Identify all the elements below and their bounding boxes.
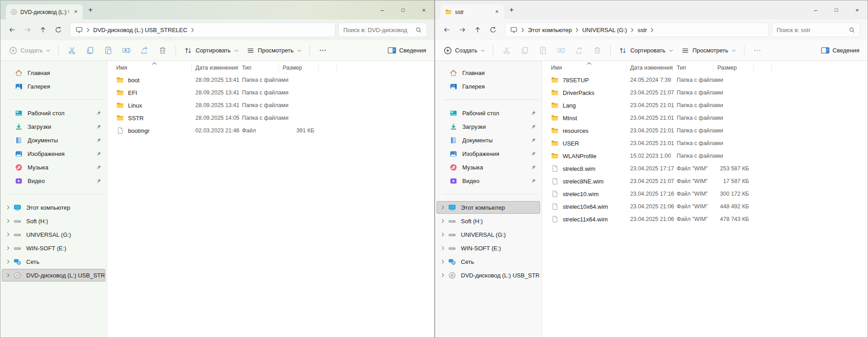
sidebar-item[interactable]: UNIVERSAL (G:) bbox=[436, 228, 540, 241]
chevron-right-icon[interactable] bbox=[437, 219, 448, 223]
breadcrumb[interactable]: sstr bbox=[637, 27, 647, 33]
share-button[interactable] bbox=[135, 43, 153, 58]
sidebar-item[interactable]: UNIVERSAL (G:) bbox=[2, 228, 105, 241]
chevron-right-icon[interactable] bbox=[437, 273, 448, 277]
sidebar-item[interactable]: Soft (H:) bbox=[436, 215, 540, 227]
sidebar-item[interactable]: Музыка bbox=[436, 161, 540, 174]
breadcrumb[interactable]: UNIVERSAL (G:) bbox=[582, 27, 627, 33]
share-button[interactable] bbox=[570, 43, 588, 58]
file-row[interactable]: boot28.09.2025 13:41Папка с файлами bbox=[113, 74, 434, 86]
copy-button[interactable] bbox=[81, 43, 99, 58]
sidebar-item[interactable]: Галерея bbox=[2, 80, 105, 93]
cut-button[interactable] bbox=[498, 43, 516, 58]
chevron-right-icon[interactable] bbox=[437, 205, 448, 210]
address-bar[interactable]: DVD-дисковод (L:) USB_STRELEC bbox=[70, 23, 335, 37]
file-row[interactable]: 78SETUP24.05.2024 7:39Папка с файлами bbox=[547, 74, 868, 86]
file-row[interactable]: bootmgr02.03.2023 21:46Файл391 КБ bbox=[113, 124, 434, 137]
tab[interactable]: sstr× bbox=[441, 5, 504, 19]
chevron-right-icon[interactable] bbox=[437, 259, 448, 264]
file-row[interactable]: strelec10x64.wim23.04.2025 21:06Файл "WI… bbox=[547, 200, 868, 213]
sort-ascending-icon[interactable] bbox=[152, 62, 157, 65]
file-row[interactable]: strelec8NE.wim23.04.2025 21:07Файл "WIM"… bbox=[547, 175, 868, 188]
sort-button[interactable]: Сортировать bbox=[180, 43, 242, 58]
chevron-right-icon[interactable] bbox=[3, 259, 14, 264]
close-button[interactable]: × bbox=[413, 0, 434, 19]
close-button[interactable]: × bbox=[847, 0, 868, 19]
paste-button[interactable] bbox=[99, 43, 117, 58]
sidebar-item[interactable]: Главная bbox=[436, 66, 540, 79]
rename-button[interactable] bbox=[117, 43, 135, 58]
back-button[interactable] bbox=[5, 23, 19, 37]
column-header-size[interactable]: Размер bbox=[279, 64, 319, 72]
paste-button[interactable] bbox=[534, 43, 552, 58]
file-row[interactable]: DriverPacks23.04.2025 21:07Папка с файла… bbox=[547, 86, 868, 99]
tab-close-icon[interactable]: × bbox=[72, 8, 80, 16]
search-box[interactable]: Поиск в: sstr bbox=[772, 23, 860, 37]
refresh-button[interactable] bbox=[51, 23, 66, 37]
sidebar-item[interactable]: Загрузки bbox=[436, 120, 540, 133]
sidebar-item[interactable]: Главная bbox=[2, 66, 105, 79]
chevron-right-icon[interactable] bbox=[3, 219, 14, 223]
sort-ascending-icon[interactable] bbox=[587, 62, 592, 65]
address-bar[interactable]: Этот компьютерUNIVERSAL (G:)sstr bbox=[505, 23, 768, 37]
file-row[interactable]: WLANProfile15.02.2023 1:00Папка с файлам… bbox=[547, 150, 868, 162]
chevron-right-icon[interactable] bbox=[3, 232, 14, 237]
sidebar-item[interactable]: Галерея bbox=[436, 80, 540, 93]
chevron-right-icon[interactable] bbox=[437, 246, 448, 250]
file-row[interactable]: EFI28.09.2025 13:41Папка с файлами bbox=[113, 86, 434, 99]
sidebar-item[interactable]: WIN-SOFT (E:) bbox=[436, 242, 540, 254]
details-button[interactable]: Сведения bbox=[821, 47, 859, 54]
forward-button[interactable] bbox=[20, 23, 35, 37]
refresh-button[interactable] bbox=[486, 23, 500, 37]
up-button[interactable] bbox=[470, 23, 485, 37]
sidebar-item[interactable]: Изображения bbox=[436, 147, 540, 160]
copy-button[interactable] bbox=[516, 43, 534, 58]
maximize-button[interactable]: □ bbox=[393, 0, 413, 19]
sidebar-item[interactable]: Рабочий стол bbox=[2, 107, 105, 119]
minimize-button[interactable]: – bbox=[372, 0, 393, 19]
forward-button[interactable] bbox=[455, 23, 470, 37]
column-header-date[interactable]: Дата изменения bbox=[192, 64, 238, 72]
search-box[interactable]: Поиск в: DVD-дисковод bbox=[338, 23, 427, 37]
file-row[interactable]: SSTR28.09.2025 14:05Папка с файлами bbox=[113, 112, 434, 124]
sidebar-item[interactable]: Документы bbox=[2, 134, 105, 146]
column-header-type[interactable]: Тип bbox=[238, 64, 279, 72]
file-row[interactable]: resources23.04.2025 21:01Папка с файлами bbox=[547, 124, 868, 137]
sidebar-item[interactable]: Soft (H:) bbox=[2, 215, 105, 227]
chevron-right-icon[interactable] bbox=[3, 246, 14, 250]
file-row[interactable]: strelec10.wim23.04.2025 17:16Файл "WIM"3… bbox=[547, 188, 868, 200]
sidebar-item[interactable]: Рабочий стол bbox=[436, 107, 540, 119]
sidebar-item[interactable]: DVD-дисковод (L:) USB_STRELEC bbox=[436, 269, 540, 282]
back-button[interactable] bbox=[440, 23, 454, 37]
chevron-right-icon[interactable] bbox=[437, 232, 448, 237]
delete-button[interactable] bbox=[153, 43, 171, 58]
breadcrumb[interactable]: DVD-дисковод (L:) USB_STRELEC bbox=[93, 27, 187, 33]
cut-button[interactable] bbox=[63, 43, 81, 58]
file-row[interactable]: MInst23.04.2025 21:01Папка с файлами bbox=[547, 112, 868, 124]
file-row[interactable]: strelec8.wim23.04.2025 17:17Файл "WIM"25… bbox=[547, 162, 868, 175]
sidebar-item[interactable]: WIN-SOFT (E:) bbox=[2, 242, 105, 254]
sidebar-item[interactable]: Документы bbox=[436, 134, 540, 146]
view-button[interactable]: Просмотреть bbox=[242, 43, 305, 58]
sidebar-item[interactable]: Этот компьютер bbox=[436, 201, 540, 214]
details-button[interactable]: Сведения bbox=[388, 47, 426, 54]
breadcrumb[interactable]: Этот компьютер bbox=[528, 27, 572, 33]
column-header-size[interactable]: Размер bbox=[714, 64, 754, 72]
new-tab-button[interactable]: + bbox=[509, 5, 514, 14]
more-options-button[interactable] bbox=[314, 43, 332, 58]
sidebar-item[interactable]: Музыка bbox=[2, 161, 105, 174]
create-button[interactable]: Создать bbox=[5, 43, 54, 58]
sidebar-item[interactable]: DVD-дисковод (L:) USB_STRELEC bbox=[2, 269, 105, 282]
column-header-type[interactable]: Тип bbox=[673, 64, 714, 72]
up-button[interactable] bbox=[36, 23, 50, 37]
sidebar-item[interactable]: Этот компьютер bbox=[2, 201, 105, 214]
sidebar-item[interactable]: Сеть bbox=[2, 255, 105, 268]
sort-button[interactable]: Сортировать bbox=[615, 43, 677, 58]
tab[interactable]: DVD-дисковод (L:) USB_STRELEC× bbox=[6, 5, 83, 19]
more-options-button[interactable] bbox=[749, 43, 767, 58]
sidebar-item[interactable]: Видео bbox=[2, 174, 105, 187]
sidebar-item[interactable]: Сеть bbox=[436, 255, 540, 268]
sidebar-item[interactable]: Видео bbox=[436, 174, 540, 187]
file-row[interactable]: strelec11x64.wim23.04.2025 21:06Файл "WI… bbox=[547, 213, 868, 225]
chevron-right-icon[interactable] bbox=[3, 273, 14, 277]
